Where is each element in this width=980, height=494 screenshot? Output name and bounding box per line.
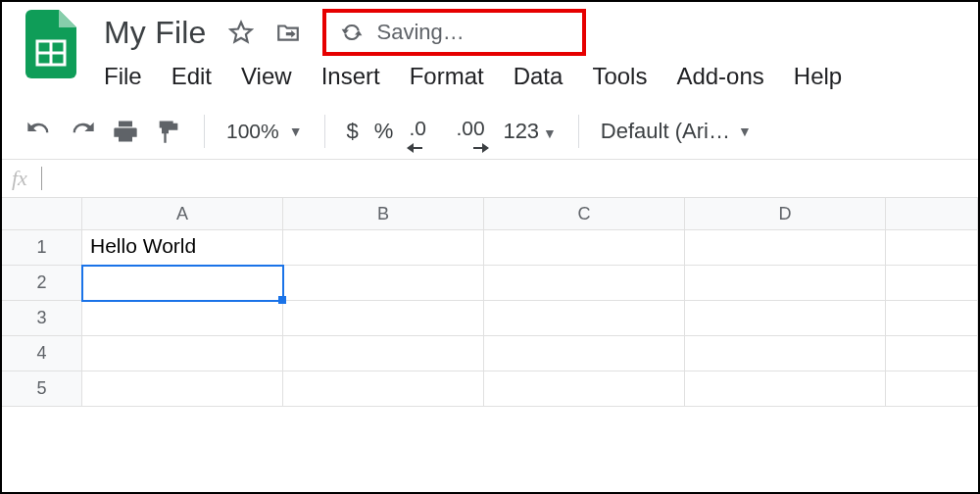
fx-input[interactable]: [41, 167, 42, 190]
decrease-decimal[interactable]: .0: [409, 118, 440, 145]
format-currency[interactable]: $: [347, 119, 359, 144]
doc-title[interactable]: My File: [104, 15, 207, 51]
redo-icon[interactable]: [69, 118, 96, 145]
cell[interactable]: [886, 266, 978, 301]
increase-decimal[interactable]: .00: [456, 118, 487, 145]
cell-c5[interactable]: [484, 371, 685, 407]
cell[interactable]: [886, 336, 978, 371]
row-header[interactable]: 2: [2, 266, 82, 301]
cell-d1[interactable]: [685, 230, 886, 266]
saving-status: Saving…: [322, 9, 586, 56]
sync-icon: [340, 21, 364, 44]
menu-tools[interactable]: Tools: [592, 63, 647, 90]
cell[interactable]: [886, 301, 978, 336]
row-header[interactable]: 3: [2, 301, 82, 336]
row-header[interactable]: 5: [2, 371, 82, 407]
fx-label: fx: [12, 166, 27, 191]
cell-c3[interactable]: [484, 301, 685, 336]
cell-d2[interactable]: [685, 266, 886, 301]
cell-d3[interactable]: [685, 301, 886, 336]
caret-down-icon: ▼: [539, 125, 557, 141]
col-header-d[interactable]: D: [685, 198, 886, 230]
font-select[interactable]: Default (Ari… ▼: [601, 119, 752, 144]
format-percent[interactable]: %: [374, 119, 394, 144]
cell-c1[interactable]: [484, 230, 685, 266]
saving-label: Saving…: [377, 20, 465, 45]
row-header[interactable]: 1: [2, 230, 82, 266]
spreadsheet-grid[interactable]: A B C D 1 Hello World 2 3 4 5: [2, 198, 978, 407]
select-all-corner[interactable]: [2, 198, 82, 230]
cell-b5[interactable]: [283, 371, 484, 407]
zoom-select[interactable]: 100% ▼: [226, 120, 303, 143]
cell-b1[interactable]: [283, 230, 484, 266]
cell-d5[interactable]: [685, 371, 886, 407]
cell-c2[interactable]: [484, 266, 685, 301]
undo-icon[interactable]: [25, 118, 53, 145]
menu-addons[interactable]: Add-ons: [676, 63, 763, 90]
caret-down-icon: ▼: [289, 124, 303, 139]
print-icon[interactable]: [112, 118, 139, 145]
cell[interactable]: [886, 371, 978, 407]
menu-help[interactable]: Help: [794, 63, 842, 90]
menu-file[interactable]: File: [104, 63, 142, 90]
zoom-value: 100%: [226, 120, 279, 143]
cell-b2[interactable]: [283, 266, 484, 301]
row-header[interactable]: 4: [2, 336, 82, 371]
cell[interactable]: [886, 230, 978, 266]
cell-b3[interactable]: [283, 301, 484, 336]
cell-a5[interactable]: [82, 371, 283, 407]
col-header-extra[interactable]: [886, 198, 978, 230]
caret-down-icon: ▼: [738, 124, 752, 139]
font-value: Default (Ari…: [601, 119, 730, 144]
menu-bar: File Edit View Insert Format Data Tools …: [104, 55, 978, 104]
cell-c4[interactable]: [484, 336, 685, 371]
menu-insert[interactable]: Insert: [321, 63, 380, 90]
menu-format[interactable]: Format: [410, 63, 484, 90]
cell-b4[interactable]: [283, 336, 484, 371]
cell-a4[interactable]: [82, 336, 283, 371]
col-header-b[interactable]: B: [283, 198, 484, 230]
move-to-folder-icon[interactable]: [275, 20, 301, 45]
cell-d4[interactable]: [685, 336, 886, 371]
number-format[interactable]: 123 ▼: [503, 119, 556, 144]
paint-format-icon[interactable]: [155, 118, 182, 145]
star-icon[interactable]: [228, 20, 254, 45]
selection-handle[interactable]: [278, 296, 286, 304]
col-header-a[interactable]: A: [82, 198, 283, 230]
toolbar: 100% ▼ $ % .0 .00 123 ▼ Default (Ari… ▼: [2, 104, 978, 159]
menu-view[interactable]: View: [241, 63, 292, 90]
menu-edit[interactable]: Edit: [172, 63, 212, 90]
col-header-c[interactable]: C: [484, 198, 685, 230]
cell-a3[interactable]: [82, 301, 283, 336]
sheets-app-icon[interactable]: [25, 10, 76, 78]
cell-a1[interactable]: Hello World: [82, 230, 283, 266]
menu-data[interactable]: Data: [514, 63, 564, 90]
cell-a2-selected[interactable]: [82, 266, 283, 301]
